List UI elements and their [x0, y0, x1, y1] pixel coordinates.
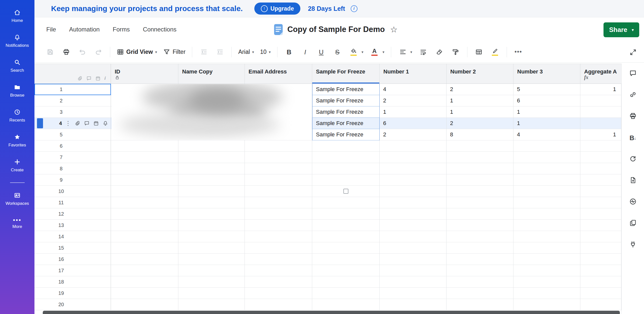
cell-n3-row19[interactable]: [513, 288, 580, 299]
column-header-email-address[interactable]: Email Address: [245, 64, 312, 84]
cell-n2-row6[interactable]: [447, 140, 513, 152]
cell-sample-row13[interactable]: [312, 220, 380, 231]
sidebar-item-browse[interactable]: Browse: [0, 78, 34, 103]
cell-name-row11[interactable]: [178, 197, 245, 208]
cell-n3-row3[interactable]: 1: [513, 106, 580, 118]
cell-name-row15[interactable]: [178, 242, 245, 254]
chevron-down-icon[interactable]: ▾: [383, 50, 385, 54]
row-header-11[interactable]: 11: [34, 197, 111, 208]
outdent-button[interactable]: [199, 46, 209, 58]
cell-agg-row16[interactable]: [580, 254, 621, 265]
cell-n2-row1[interactable]: 2: [447, 84, 513, 95]
proof-column-icon[interactable]: [95, 76, 101, 81]
cell-n3-row17[interactable]: [513, 265, 580, 276]
comment-icon[interactable]: [84, 121, 90, 126]
cell-n1-row13[interactable]: [380, 220, 447, 231]
document-title[interactable]: Copy of Sample For Demo: [287, 25, 385, 34]
cell-n1-row3[interactable]: 1: [380, 106, 447, 118]
cell-sample-row2[interactable]: Sample For Freeze: [312, 95, 380, 106]
cell-name-row17[interactable]: [178, 265, 245, 276]
column-header-id[interactable]: ID: [111, 64, 178, 84]
cell-n2-row2[interactable]: 1: [447, 95, 513, 106]
row-header-20[interactable]: 20: [34, 299, 111, 310]
cell-id-row11[interactable]: [111, 197, 178, 208]
align-button[interactable]: [398, 46, 408, 58]
row-header-5[interactable]: 5: [34, 129, 111, 140]
row-header-12[interactable]: 12: [34, 208, 111, 220]
row-header-8[interactable]: 8: [34, 163, 111, 174]
proofs-panel-icon[interactable]: [629, 112, 637, 120]
row-header-14[interactable]: 14: [34, 231, 111, 242]
clear-formatting-button[interactable]: [434, 46, 445, 58]
cell-sample-row16[interactable]: [312, 254, 380, 265]
undo-button[interactable]: [77, 46, 87, 58]
cell-agg-row9[interactable]: [580, 174, 621, 186]
cell-agg-row5[interactable]: 1: [580, 129, 621, 140]
cell-n1-row16[interactable]: [380, 254, 447, 265]
cell-sample-row18[interactable]: [312, 276, 380, 288]
proof-icon[interactable]: [93, 121, 99, 126]
activity-log-panel-icon[interactable]: [629, 198, 637, 205]
cell-n2-row16[interactable]: [447, 254, 513, 265]
attachments-panel-icon[interactable]: [629, 91, 637, 98]
cell-sample-row11[interactable]: [312, 197, 380, 208]
sidebar-item-workspaces[interactable]: Workspaces: [0, 186, 34, 211]
cell-n3-row1[interactable]: 5: [513, 84, 580, 95]
share-button[interactable]: Share ▾: [603, 22, 639, 37]
cell-sample-row9[interactable]: [312, 174, 380, 186]
cell-name-row18[interactable]: [178, 276, 245, 288]
row-header-1[interactable]: 1: [34, 84, 111, 95]
connections-panel-icon[interactable]: [629, 241, 637, 248]
cell-n3-row20[interactable]: [513, 299, 580, 310]
cell-n1-row11[interactable]: [380, 197, 447, 208]
cell-n3-row16[interactable]: [513, 254, 580, 265]
baseline-panel-icon[interactable]: B↓: [630, 134, 636, 141]
print-button[interactable]: [61, 46, 71, 58]
sidebar-item-notifications[interactable]: Notifications: [0, 28, 34, 53]
underline-button[interactable]: U: [316, 46, 326, 58]
cell-email-row17[interactable]: [245, 265, 312, 276]
cell-id-row7[interactable]: [111, 152, 178, 163]
corner-header-cell[interactable]: i: [34, 64, 111, 84]
cell-id-row13[interactable]: [111, 220, 178, 231]
format-painter-button[interactable]: [451, 46, 461, 58]
cell-n3-row11[interactable]: [513, 197, 580, 208]
cell-n3-row7[interactable]: [513, 152, 580, 163]
cell-agg-row1[interactable]: 1: [580, 84, 621, 95]
cell-n3-row9[interactable]: [513, 174, 580, 186]
sidebar-item-more[interactable]: •••More: [0, 211, 34, 236]
cell-email-row13[interactable]: [245, 220, 312, 231]
column-header-sample-for-freeze[interactable]: Sample For Freeze: [312, 64, 380, 84]
info-icon[interactable]: i: [351, 5, 357, 12]
font-family-select[interactable]: Arial ▾: [238, 49, 254, 55]
chevron-down-icon[interactable]: ▾: [361, 50, 364, 54]
cell-n1-row2[interactable]: 2: [380, 95, 447, 106]
cell-agg-row3[interactable]: [580, 106, 621, 118]
cell-n2-row12[interactable]: [447, 208, 513, 220]
cell-sample-row6[interactable]: [312, 140, 380, 152]
row-header-17[interactable]: 17: [34, 265, 111, 276]
cell-email-row20[interactable]: [245, 299, 312, 310]
sidebar-item-favorites[interactable]: Favorites: [0, 128, 34, 153]
cell-email-row6[interactable]: [245, 140, 312, 152]
row-menu-icon[interactable]: ⋮: [65, 120, 71, 127]
cell-sample-row19[interactable]: [312, 288, 380, 299]
cell-name-row6[interactable]: [178, 140, 245, 152]
cell-n2-row5[interactable]: 8: [447, 129, 513, 140]
cell-n1-row18[interactable]: [380, 276, 447, 288]
cell-n1-row15[interactable]: [380, 242, 447, 254]
cell-n2-row18[interactable]: [447, 276, 513, 288]
cell-id-row6[interactable]: [111, 140, 178, 152]
menu-automation[interactable]: Automation: [69, 26, 100, 33]
cell-id-row14[interactable]: [111, 231, 178, 242]
redo-button[interactable]: [93, 46, 103, 58]
update-requests-panel-icon[interactable]: [629, 155, 637, 163]
cell-n1-row5[interactable]: 2: [380, 129, 447, 140]
row-header-13[interactable]: 13: [34, 220, 111, 231]
menu-forms[interactable]: Forms: [113, 26, 130, 33]
sidebar-item-recents[interactable]: Recents: [0, 103, 34, 128]
column-header-aggregate[interactable]: Aggregate A fx: [580, 64, 621, 84]
cell-n1-row4[interactable]: 6: [380, 118, 447, 129]
column-header-name-copy[interactable]: Name Copy: [178, 64, 245, 84]
cell-n1-row6[interactable]: [380, 140, 447, 152]
